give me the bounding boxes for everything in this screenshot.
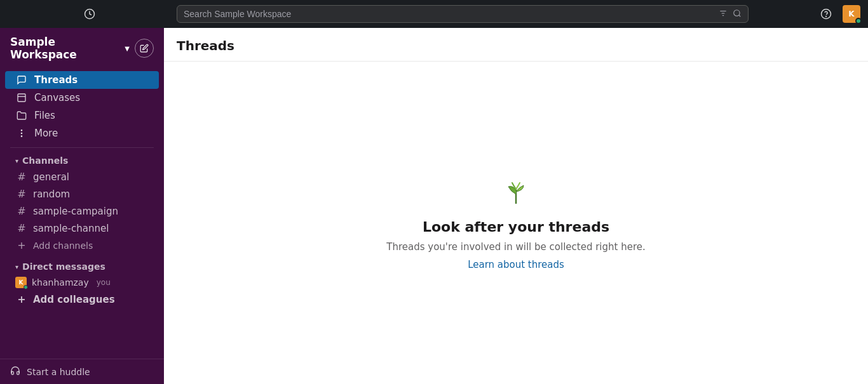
channel-sample-campaign-label: sample-campaign — [33, 206, 118, 217]
channels-section-header[interactable]: ▾ Channels — [5, 153, 159, 168]
threads-label: Threads — [34, 74, 78, 86]
add-colleagues-button[interactable]: + Add colleagues — [5, 291, 159, 308]
dm-section-header[interactable]: ▾ Direct messages — [5, 259, 159, 274]
sidebar-item-more[interactable]: More — [5, 124, 159, 142]
channel-general[interactable]: # general — [5, 168, 159, 185]
content-body: Look after your threads Threads you're i… — [164, 62, 868, 384]
sidebar-nav: Threads Canvases File — [0, 69, 164, 359]
topbar: K — [0, 0, 868, 28]
search-bar[interactable] — [177, 5, 749, 23]
svg-line-5 — [739, 15, 741, 17]
hash-icon: # — [15, 205, 28, 217]
add-colleagues-label: Add colleagues — [33, 294, 115, 305]
svg-rect-8 — [18, 94, 25, 102]
dm-avatar-khanhamzay: K — [15, 277, 27, 288]
sidebar-item-files[interactable]: Files — [5, 107, 159, 124]
add-plus-icon: + — [15, 239, 28, 251]
dm-you-label: you — [97, 278, 111, 287]
compose-button[interactable] — [135, 39, 154, 58]
files-icon — [15, 110, 28, 121]
sprout-icon — [499, 175, 532, 213]
svg-point-11 — [21, 133, 22, 133]
workspace-name: Sample Workspace — [10, 36, 119, 61]
learn-about-threads-link[interactable]: Learn about threads — [468, 259, 564, 270]
dm-section: ▾ Direct messages K khanhamzay you + Add… — [0, 259, 164, 308]
huddle-label: Start a huddle — [27, 367, 90, 377]
page-title: Threads — [177, 38, 855, 53]
empty-state: Look after your threads Threads you're i… — [386, 175, 646, 270]
channel-general-label: general — [33, 171, 69, 183]
add-colleagues-icon: + — [15, 293, 28, 305]
topbar-left — [8, 5, 172, 23]
dm-name-khanhamzay: khanhamzay — [32, 277, 89, 288]
channel-random[interactable]: # random — [5, 185, 159, 202]
sidebar-item-threads[interactable]: Threads — [5, 71, 159, 89]
content-header: Threads — [164, 28, 868, 62]
canvases-label: Canvases — [34, 92, 80, 103]
huddle-button[interactable]: Start a huddle — [0, 359, 164, 384]
content-area: Threads — [164, 28, 868, 384]
svg-point-10 — [21, 130, 22, 131]
channels-section-label: Channels — [22, 156, 68, 166]
empty-state-subtitle: Threads you're involved in will be colle… — [386, 241, 646, 253]
sidebar-divider — [10, 147, 154, 148]
threads-icon — [15, 75, 28, 85]
dm-user-khanhamzay[interactable]: K khanhamzay you — [5, 274, 159, 291]
channel-sample-campaign[interactable]: # sample-campaign — [5, 202, 159, 220]
hash-icon: # — [15, 188, 28, 200]
hash-icon: # — [15, 171, 28, 183]
workspace-chevron-icon: ▼ — [125, 45, 130, 52]
sidebar-item-canvases[interactable]: Canvases — [5, 89, 159, 107]
add-channels-label: Add channels — [33, 241, 93, 251]
help-button[interactable] — [817, 5, 835, 23]
channels-section: ▾ Channels # general # random # sample-c… — [0, 153, 164, 254]
dm-status-dot — [24, 285, 28, 289]
canvases-icon — [15, 93, 28, 103]
channel-sample-channel[interactable]: # sample-channel — [5, 220, 159, 237]
more-icon — [15, 128, 28, 138]
dm-section-label: Direct messages — [22, 262, 105, 272]
sidebar: Sample Workspace ▼ Threads — [0, 28, 164, 384]
status-dot — [855, 18, 862, 24]
history-icon[interactable] — [81, 5, 98, 23]
main-layout: Sample Workspace ▼ Threads — [0, 28, 868, 384]
topbar-right: K — [817, 5, 860, 23]
add-channels-button[interactable]: + Add channels — [5, 237, 159, 254]
filter-icon[interactable] — [719, 9, 728, 20]
dm-arrow-icon: ▾ — [15, 263, 18, 270]
svg-point-4 — [734, 10, 740, 15]
channel-sample-channel-label: sample-channel — [33, 223, 109, 234]
huddle-icon — [10, 366, 20, 378]
svg-point-12 — [21, 136, 22, 136]
channel-random-label: random — [33, 189, 70, 200]
channels-arrow-icon: ▾ — [15, 157, 18, 164]
empty-state-title: Look after your threads — [423, 219, 609, 235]
files-label: Files — [34, 110, 55, 121]
search-icon — [733, 8, 742, 20]
hash-icon: # — [15, 222, 28, 234]
more-label: More — [34, 128, 58, 139]
workspace-header[interactable]: Sample Workspace ▼ — [0, 28, 164, 69]
search-input[interactable] — [184, 9, 714, 19]
user-avatar[interactable]: K — [843, 5, 860, 23]
